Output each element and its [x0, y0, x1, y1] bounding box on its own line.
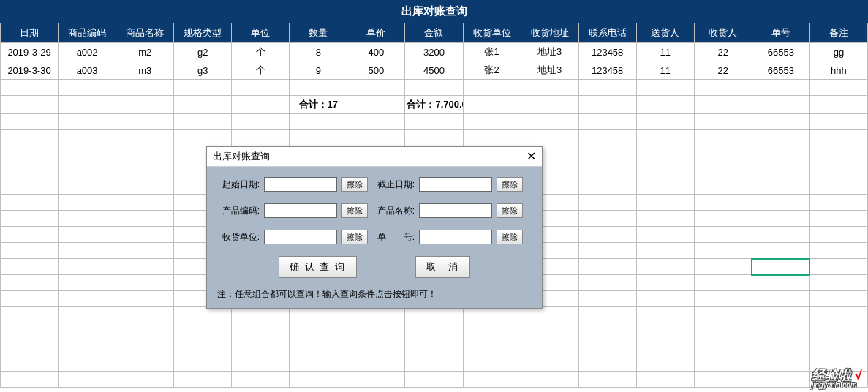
table-cell[interactable]	[809, 259, 867, 275]
table-cell[interactable]	[636, 307, 694, 323]
table-cell[interactable]	[694, 227, 752, 243]
table-cell[interactable]	[752, 372, 809, 388]
table-cell[interactable]	[694, 307, 752, 323]
table-cell[interactable]	[232, 130, 290, 146]
table-cell[interactable]	[578, 96, 636, 114]
table-cell[interactable]	[694, 259, 752, 275]
table-cell[interactable]	[578, 291, 636, 307]
table-cell[interactable]	[809, 114, 867, 130]
table-cell[interactable]	[116, 275, 174, 291]
table-cell[interactable]	[116, 355, 174, 372]
table-cell[interactable]	[232, 372, 290, 388]
table-cell[interactable]	[578, 227, 636, 243]
table-cell[interactable]	[694, 178, 752, 195]
table-cell[interactable]	[1, 96, 59, 114]
table-cell[interactable]	[578, 323, 636, 339]
table-cell[interactable]	[809, 211, 867, 227]
table-cell[interactable]	[463, 96, 521, 114]
table-cell[interactable]	[116, 323, 174, 339]
table-cell[interactable]: 2019-3-30	[1, 61, 59, 80]
table-cell[interactable]	[694, 80, 752, 96]
table-cell[interactable]	[636, 80, 694, 96]
table-cell[interactable]	[521, 323, 578, 339]
table-cell[interactable]	[694, 275, 752, 291]
table-cell[interactable]	[636, 243, 694, 259]
table-cell[interactable]	[636, 130, 694, 146]
table-cell[interactable]	[290, 372, 347, 388]
table-cell[interactable]	[752, 211, 809, 227]
table-cell[interactable]	[636, 339, 694, 355]
table-cell[interactable]	[694, 243, 752, 259]
table-cell[interactable]	[521, 130, 578, 146]
clear-start-date-button[interactable]: 擦除	[341, 177, 368, 192]
table-cell[interactable]	[290, 339, 347, 355]
table-cell[interactable]	[578, 211, 636, 227]
table-cell[interactable]: 张2	[463, 61, 521, 80]
table-cell[interactable]	[752, 307, 809, 323]
table-cell[interactable]	[752, 355, 809, 372]
table-cell[interactable]	[809, 323, 867, 339]
table-cell[interactable]	[59, 114, 116, 130]
table-cell[interactable]: 地址3	[521, 43, 578, 61]
end-date-input[interactable]	[419, 177, 492, 192]
table-cell[interactable]	[116, 211, 174, 227]
table-cell[interactable]	[116, 339, 174, 355]
table-cell[interactable]	[174, 114, 232, 130]
table-cell[interactable]	[636, 146, 694, 162]
table-cell[interactable]	[405, 355, 463, 372]
table-cell[interactable]	[290, 323, 347, 339]
table-cell[interactable]	[752, 114, 809, 130]
table-cell[interactable]	[752, 162, 809, 178]
table-cell[interactable]	[347, 372, 405, 388]
table-cell[interactable]	[809, 275, 867, 291]
table-cell[interactable]	[232, 355, 290, 372]
table-cell[interactable]	[809, 195, 867, 211]
table-cell[interactable]	[232, 96, 290, 114]
table-cell[interactable]: 合计：17	[290, 96, 347, 114]
table-cell[interactable]	[174, 339, 232, 355]
table-cell[interactable]	[59, 372, 116, 388]
table-cell[interactable]	[174, 96, 232, 114]
table-cell[interactable]	[116, 307, 174, 323]
table-cell[interactable]: 地址3	[521, 61, 578, 80]
table-cell[interactable]	[578, 178, 636, 195]
table-cell[interactable]: m3	[116, 61, 174, 80]
table-cell[interactable]	[1, 178, 59, 195]
table-cell[interactable]	[116, 195, 174, 211]
table-cell[interactable]	[752, 80, 809, 96]
table-cell[interactable]	[405, 80, 463, 96]
table-cell[interactable]	[578, 146, 636, 162]
table-cell[interactable]	[636, 259, 694, 275]
table-cell[interactable]	[463, 355, 521, 372]
table-cell[interactable]	[636, 211, 694, 227]
table-cell[interactable]	[116, 80, 174, 96]
table-cell[interactable]	[578, 243, 636, 259]
table-cell[interactable]	[463, 307, 521, 323]
table-cell[interactable]	[809, 162, 867, 178]
table-cell[interactable]	[694, 323, 752, 339]
table-cell[interactable]	[1, 275, 59, 291]
table-cell[interactable]	[752, 146, 809, 162]
table-cell[interactable]	[809, 96, 867, 114]
table-cell[interactable]	[174, 130, 232, 146]
table-cell[interactable]	[809, 339, 867, 355]
table-cell[interactable]	[347, 355, 405, 372]
table-cell[interactable]	[636, 178, 694, 195]
recv-unit-input[interactable]	[264, 230, 337, 244]
table-cell[interactable]	[1, 291, 59, 307]
table-cell[interactable]	[1, 243, 59, 259]
table-cell[interactable]	[578, 307, 636, 323]
table-cell[interactable]	[463, 114, 521, 130]
table-cell[interactable]	[116, 243, 174, 259]
table-cell[interactable]	[809, 178, 867, 195]
table-cell[interactable]: 8	[290, 43, 347, 61]
table-cell[interactable]	[636, 114, 694, 130]
table-cell[interactable]	[59, 162, 116, 178]
clear-product-code-button[interactable]: 擦除	[341, 203, 368, 218]
table-cell[interactable]: m2	[116, 43, 174, 61]
table-cell[interactable]	[752, 275, 809, 291]
table-cell[interactable]	[59, 307, 116, 323]
table-cell[interactable]	[521, 339, 578, 355]
table-cell[interactable]	[290, 114, 347, 130]
table-cell[interactable]	[636, 227, 694, 243]
